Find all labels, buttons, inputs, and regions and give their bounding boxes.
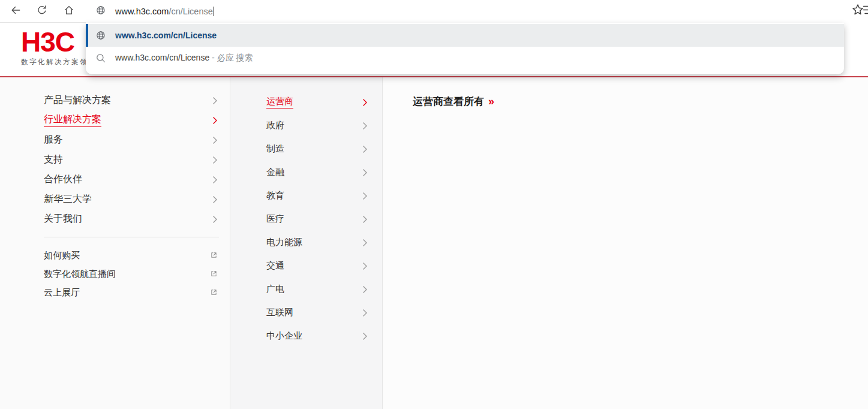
industry-nav-item[interactable]: 广电 <box>230 278 382 301</box>
chevron-right-icon <box>212 97 218 105</box>
chevron-right-icon <box>362 98 368 107</box>
secondary-nav-item[interactable]: 数字化领航直播间 <box>0 265 230 284</box>
external-link-icon <box>210 269 218 279</box>
chevron-right-icon <box>362 332 368 340</box>
chevron-right-icon <box>212 215 218 224</box>
favorites-star-icon <box>851 3 868 20</box>
nav-item-label: 中小企业 <box>266 330 302 342</box>
address-url-host: www.h3c.com <box>115 7 169 16</box>
nav-item-label: 电力能源 <box>266 237 302 248</box>
nav-item-label: 产品与解决方案 <box>44 94 111 107</box>
nav-item-label: 数字化领航直播间 <box>44 269 116 280</box>
secondary-nav-item[interactable]: 云上展厅 <box>0 284 230 302</box>
chevron-right-icon <box>362 215 368 224</box>
text-caret <box>214 7 214 16</box>
external-link-icon <box>210 251 218 261</box>
chevron-right-icon <box>212 156 218 164</box>
industry-nav-item[interactable]: 交通 <box>230 254 382 278</box>
panel-heading: 运营商查看所有 <box>413 95 484 108</box>
chevron-right-icon <box>362 239 368 247</box>
suggestion-suffix: - 必应 搜索 <box>209 53 253 62</box>
industry-nav-item[interactable]: 电力能源 <box>230 231 382 254</box>
secondary-nav-item[interactable]: 如何购买 <box>0 246 230 265</box>
globe-icon <box>95 30 106 41</box>
nav-item-label: 云上展厅 <box>44 287 80 299</box>
nav-divider <box>44 237 219 237</box>
h3c-logo[interactable]: H3C <box>21 27 74 57</box>
nav-item-label: 服务 <box>44 134 63 146</box>
industry-nav-column: 运营商 政府 制造 <box>230 77 383 409</box>
search-icon <box>95 53 106 64</box>
nav-item-label: 交通 <box>266 260 284 272</box>
chevron-right-icon <box>362 145 368 153</box>
chevron-right-icon <box>212 116 218 125</box>
chevron-right-icon <box>362 168 368 177</box>
home-icon <box>63 4 75 19</box>
industry-nav-item[interactable]: 政府 <box>230 114 382 137</box>
nav-item-label: 医疗 <box>266 213 284 225</box>
primary-nav-item[interactable]: 合作伙伴 <box>0 170 230 189</box>
primary-nav-item[interactable]: 新华三大学 <box>0 189 230 209</box>
suggestion-row[interactable]: www.h3c.com/cn/License - 必应 搜索 <box>86 47 844 70</box>
suggestion-url: www.h3c.com/cn/License <box>115 53 209 62</box>
address-url-path: /cn/License <box>169 7 212 16</box>
suggestion-url: www.h3c.com/cn/License <box>115 31 217 40</box>
back-icon <box>10 4 22 19</box>
menu-content-panel: 运营商查看所有 » <box>383 77 868 409</box>
industry-nav-item[interactable]: 中小企业 <box>230 324 382 348</box>
favorites-button[interactable] <box>851 4 868 19</box>
back-button[interactable] <box>7 2 25 20</box>
refresh-icon <box>36 4 48 19</box>
secondary-nav: 如何购买 数字化领航直播间 云上展厅 <box>0 246 230 302</box>
primary-nav-item[interactable]: 支持 <box>0 150 230 170</box>
primary-nav: 产品与解决方案 行业解决方案 服务 <box>0 91 230 229</box>
browser-toolbar: www.h3c.com/cn/License <box>0 0 868 23</box>
mega-menu: 产品与解决方案 行业解决方案 服务 <box>0 77 868 409</box>
industry-nav-item[interactable]: 教育 <box>230 184 382 207</box>
primary-nav-item[interactable]: 关于我们 <box>0 209 230 229</box>
nav-item-label: 新华三大学 <box>44 193 92 206</box>
industry-nav-item[interactable]: 互联网 <box>230 301 382 324</box>
industry-nav-item[interactable]: 制造 <box>230 137 382 161</box>
nav-item-label: 合作伙伴 <box>44 173 82 186</box>
nav-item-label: 教育 <box>266 190 284 201</box>
nav-item-label: 广电 <box>266 284 284 295</box>
nav-item-label: 制造 <box>266 143 284 155</box>
nav-item-label: 互联网 <box>266 307 293 318</box>
chevron-right-icon <box>212 136 218 144</box>
primary-nav-item[interactable]: 行业解决方案 <box>0 110 230 130</box>
chevron-right-icon <box>212 195 218 204</box>
nav-item-label: 关于我们 <box>44 213 82 225</box>
view-all-link[interactable]: 运营商查看所有 » <box>413 95 494 108</box>
double-arrow-icon: » <box>488 95 494 108</box>
chevron-right-icon <box>362 122 368 130</box>
suggestion-text: www.h3c.com/cn/License - 必应 搜索 <box>115 53 253 64</box>
nav-item-label: 支持 <box>44 153 63 166</box>
url-suggestions-dropdown: www.h3c.com/cn/License www.h3c.com/cn/Li… <box>86 23 844 74</box>
nav-item-label: 政府 <box>266 120 284 131</box>
home-button[interactable] <box>60 2 78 20</box>
address-url: www.h3c.com/cn/License <box>115 7 214 16</box>
primary-nav-item[interactable]: 产品与解决方案 <box>0 91 230 110</box>
industry-nav-item[interactable]: 金融 <box>230 161 382 184</box>
industry-nav-item[interactable]: 医疗 <box>230 207 382 231</box>
industry-nav-item[interactable]: 运营商 <box>230 91 382 114</box>
external-link-icon <box>210 288 218 298</box>
suggestion-text: www.h3c.com/cn/License <box>115 31 217 40</box>
primary-nav-item[interactable]: 服务 <box>0 130 230 150</box>
nav-item-label: 运营商 <box>266 96 293 108</box>
nav-item-label: 金融 <box>266 167 284 178</box>
primary-nav-column: 产品与解决方案 行业解决方案 服务 <box>0 77 230 409</box>
chevron-right-icon <box>362 309 368 317</box>
chevron-right-icon <box>212 176 218 184</box>
industry-nav: 运营商 政府 制造 <box>230 91 382 348</box>
suggestion-row[interactable]: www.h3c.com/cn/License <box>86 24 844 47</box>
refresh-button[interactable] <box>33 2 51 20</box>
chevron-right-icon <box>362 285 368 294</box>
globe-icon <box>95 5 106 18</box>
chevron-right-icon <box>362 192 368 200</box>
address-bar[interactable]: www.h3c.com/cn/License <box>86 0 868 23</box>
chevron-right-icon <box>362 262 368 270</box>
nav-item-label: 如何购买 <box>44 250 80 261</box>
nav-item-label: 行业解决方案 <box>44 113 101 127</box>
